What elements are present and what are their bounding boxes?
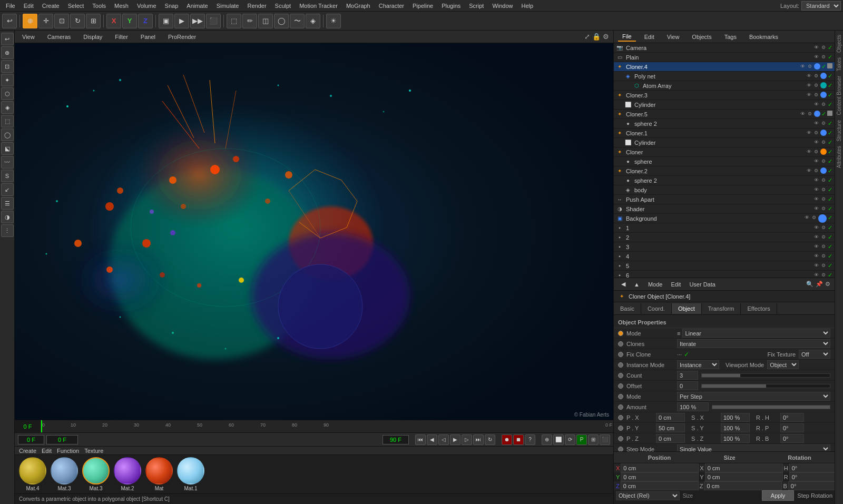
prop-sy-input[interactable]: [721, 423, 750, 432]
pos-x-input[interactable]: [621, 463, 699, 472]
viewport-expand-icon[interactable]: ⤢: [584, 33, 590, 41]
transport-prev-button[interactable]: ◀: [427, 434, 437, 445]
x-axis-button[interactable]: X: [106, 14, 121, 28]
prop-step-mode-select[interactable]: Single Value: [677, 444, 830, 451]
mat-nav-texture[interactable]: Texture: [84, 448, 103, 454]
size-z-input[interactable]: [704, 481, 782, 490]
attr-tab-object[interactable]: Object: [672, 303, 702, 314]
transport-frame-input[interactable]: 0 F: [46, 435, 78, 444]
menu-create[interactable]: Create: [38, 2, 63, 10]
prop-circle-amount[interactable]: [618, 404, 623, 410]
transport-marker-button[interactable]: ⬜: [553, 434, 564, 445]
render-anim-button[interactable]: ▶▶: [190, 14, 205, 28]
left-tool-4[interactable]: ✦: [1, 74, 14, 86]
viewport-nav-display[interactable]: Display: [80, 33, 105, 41]
left-tool-12[interactable]: ↙: [1, 183, 14, 196]
attr-edit-button[interactable]: Edit: [668, 280, 684, 289]
obj-row-shader[interactable]: ◑ Shader 👁 ⚙ ✓: [614, 204, 835, 214]
cube-button[interactable]: ⬚: [227, 14, 241, 28]
prop-clones-select[interactable]: Iterate: [677, 339, 830, 348]
mat-nav-edit[interactable]: Edit: [42, 448, 52, 454]
rot-h-input[interactable]: [789, 463, 835, 472]
size-x-input[interactable]: [705, 463, 783, 472]
obj-row-sphere2-c2[interactable]: ● sphere 2 👁 ⚙ ✓: [614, 176, 835, 185]
obj-row-atomarray[interactable]: ⬡ Atom Array 👁 ⚙ ✓: [614, 81, 835, 91]
obj-tab-file[interactable]: File: [618, 32, 636, 42]
menu-select[interactable]: Select: [64, 2, 88, 10]
transport-motion-button[interactable]: ⟳: [565, 434, 575, 445]
obj-row-sphere-c[interactable]: ● sphere 👁 ⚙ ✓: [614, 157, 835, 166]
obj-row-cylinder1[interactable]: ⬜ Cylinder 👁 ⚙ ✓: [614, 138, 835, 147]
transport-next-frame-button[interactable]: ▷: [462, 434, 472, 445]
y-axis-button[interactable]: Y: [122, 14, 137, 28]
timeline-ruler[interactable]: 0 10 20 30 40 50 60 70 80 90 0 F: [41, 420, 613, 432]
menu-pipeline[interactable]: Pipeline: [409, 2, 437, 10]
obj-tab-objects[interactable]: Objects: [688, 33, 715, 41]
prop-circle-px[interactable]: [618, 415, 623, 420]
prop-circle-clones[interactable]: [618, 341, 623, 347]
attr-tab-effectors[interactable]: Effectors: [741, 303, 777, 314]
transport-keyframe-button[interactable]: ⊕: [542, 434, 552, 445]
obj-row-cloner[interactable]: ✦ Cloner 👁 ⚙ ✓: [614, 147, 835, 157]
menu-sculpt[interactable]: Sculpt: [271, 2, 295, 10]
attr-mode-label[interactable]: Mode: [645, 280, 666, 289]
transport-stop-button[interactable]: ⏹: [513, 434, 524, 445]
size-y-input[interactable]: [705, 472, 783, 481]
transport-green-button[interactable]: P: [576, 434, 587, 445]
prop-circle-step-mode[interactable]: [618, 447, 623, 452]
right-tab-objects[interactable]: Objects: [835, 33, 843, 55]
menu-window[interactable]: Window: [488, 2, 516, 10]
obj-row-plain[interactable]: ▭ Plain 👁 ⚙ ✓: [614, 53, 835, 62]
material-item-3[interactable]: Mat.2: [114, 457, 141, 491]
menu-character[interactable]: Character: [375, 2, 408, 10]
transport-dope-button[interactable]: ⬛: [600, 434, 610, 445]
camera-tool-button[interactable]: ◈: [306, 14, 320, 28]
prop-instance-mode-select[interactable]: Instance: [677, 360, 719, 369]
left-tool-7[interactable]: ⬚: [1, 115, 14, 127]
obj-row-cloner5[interactable]: ✦ Cloner.5 👁 ⚙ ✓: [614, 110, 835, 119]
material-item-2[interactable]: Mat.3: [82, 457, 110, 491]
menu-volume[interactable]: Volume: [133, 2, 160, 10]
right-tab-structure[interactable]: Structure: [835, 118, 843, 144]
prop-mode-select[interactable]: Linear: [682, 329, 830, 338]
viewport-nav-view[interactable]: View: [19, 33, 38, 41]
prop-count-input[interactable]: [677, 371, 698, 380]
viewport-nav-prorender[interactable]: ProRender: [165, 33, 199, 41]
left-tool-6[interactable]: ◈: [1, 101, 14, 114]
menu-snap[interactable]: Snap: [161, 2, 182, 10]
obj-row-cylinder3[interactable]: ⬜ Cylinder 👁 ⚙ ✓: [614, 100, 835, 110]
right-tab-content-browser[interactable]: Content Browser: [835, 74, 843, 117]
transport-loop-button[interactable]: ↻: [485, 434, 495, 445]
prop-count-slider[interactable]: [701, 373, 830, 378]
material-item-5[interactable]: Mat.1: [177, 457, 204, 491]
transport-first-button[interactable]: ⏮: [415, 434, 426, 445]
attr-userdata-button[interactable]: User Data: [686, 280, 719, 289]
obj-row-cloner4[interactable]: ✦ Cloner.4 👁 ⚙ ✓: [614, 62, 835, 72]
move-tool-button[interactable]: ✛: [38, 14, 53, 28]
prop-circle-py[interactable]: [618, 426, 623, 431]
obj-tab-bookmarks[interactable]: Bookmarks: [745, 33, 782, 41]
transform-tool-button[interactable]: ⊞: [86, 14, 101, 28]
undo-button[interactable]: ↩: [2, 14, 17, 28]
prop-mode2-select[interactable]: Per Step: [677, 392, 830, 401]
left-tool-5[interactable]: ⬡: [1, 87, 14, 100]
prop-amount-input[interactable]: [677, 402, 709, 411]
obj-row-3[interactable]: ▪ 3 👁 ⚙ ✓: [614, 242, 835, 252]
prop-amount-slider[interactable]: [712, 405, 830, 409]
obj-row-sphere2-c5[interactable]: ● sphere 2 👁 ⚙ ✓: [614, 119, 835, 129]
fix-clone-checkbox[interactable]: ✓: [684, 351, 689, 358]
attr-mode-button[interactable]: ◀: [618, 280, 629, 289]
mat-nav-function[interactable]: Function: [57, 448, 79, 454]
paint-button[interactable]: ✏: [242, 14, 257, 28]
material-item-4[interactable]: Mat: [145, 457, 173, 491]
transport-question-button[interactable]: ?: [525, 434, 535, 445]
menu-simulate[interactable]: Simulate: [213, 2, 243, 10]
menu-file[interactable]: File: [2, 2, 19, 10]
obj-row-1[interactable]: ▪ 1 👁 ⚙ ✓: [614, 223, 835, 233]
menu-tools[interactable]: Tools: [89, 2, 110, 10]
pos-y-input[interactable]: [621, 472, 699, 481]
prop-circle-pz[interactable]: [618, 436, 623, 441]
coord-system-select[interactable]: Object (Rel): [616, 491, 680, 500]
obj-tab-view[interactable]: View: [663, 33, 684, 41]
obj-row-6[interactable]: ▪ 6 👁 ⚙ ✓: [614, 271, 835, 278]
